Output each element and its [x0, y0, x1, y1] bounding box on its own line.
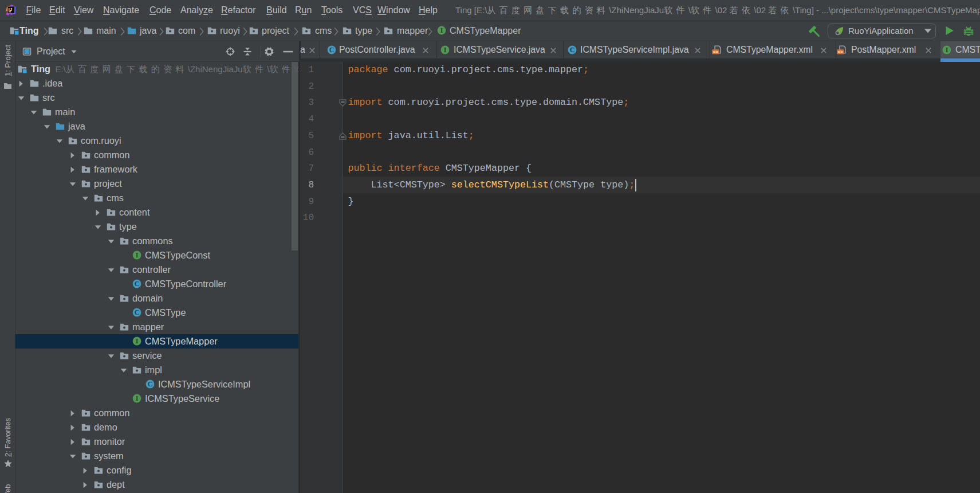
svg-text:IJ: IJ — [9, 7, 12, 12]
svg-text:C: C — [570, 46, 575, 54]
svg-text:I: I — [136, 394, 139, 402]
svg-text:C: C — [135, 280, 140, 288]
svg-text:<>: <> — [837, 49, 843, 54]
svg-text:<>: <> — [713, 49, 718, 54]
svg-text:I: I — [946, 46, 948, 54]
svg-text:I: I — [444, 46, 447, 54]
svg-text:I: I — [136, 251, 139, 259]
svg-text:C: C — [148, 380, 153, 388]
svg-text:C: C — [329, 46, 334, 54]
svg-text:C: C — [135, 308, 140, 316]
svg-text:I: I — [440, 26, 443, 34]
svg-text:I: I — [136, 337, 139, 345]
